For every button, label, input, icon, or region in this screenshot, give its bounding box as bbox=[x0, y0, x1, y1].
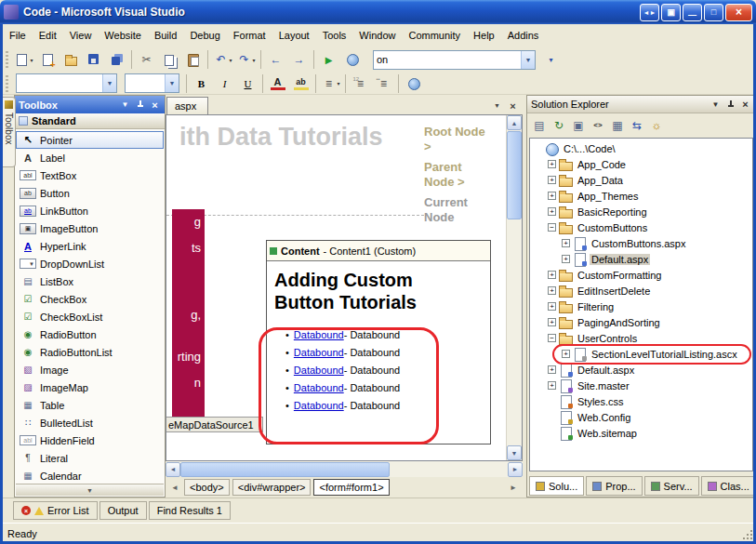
databound-link[interactable]: Databound bbox=[294, 347, 344, 358]
nav-item-fragment[interactable]: n bbox=[194, 376, 201, 390]
tree-item[interactable]: +CustomButtons.aspx bbox=[530, 235, 752, 251]
save-button[interactable] bbox=[83, 49, 104, 70]
tag-nav-back-icon[interactable]: ◄ bbox=[168, 480, 181, 495]
solution-explorer-header[interactable]: Solution Explorer ▼ × bbox=[527, 96, 755, 113]
tree-item[interactable]: Styles.css bbox=[530, 393, 752, 409]
nav-item-fragment[interactable]: g, bbox=[191, 308, 201, 322]
close-icon[interactable]: × bbox=[739, 99, 751, 111]
view-code-button[interactable]: <> bbox=[589, 116, 607, 135]
tree-item[interactable]: +Default.aspx bbox=[530, 362, 752, 378]
menu-item-tools[interactable]: Tools bbox=[316, 26, 353, 45]
auto-hide-pin-icon[interactable] bbox=[134, 99, 146, 111]
menu-item-community[interactable]: Community bbox=[402, 26, 467, 45]
start-debugging-button[interactable]: ▶ bbox=[318, 49, 339, 70]
expand-icon[interactable]: + bbox=[548, 160, 556, 168]
menu-item-window[interactable]: Window bbox=[352, 26, 402, 45]
toolbox-category-standard[interactable]: Standard bbox=[15, 113, 165, 129]
auto-hide-pin-icon[interactable] bbox=[724, 99, 736, 111]
scroll-right-icon[interactable]: ► bbox=[508, 462, 523, 477]
tree-item[interactable]: +SectionLevelTutorialListing.ascx bbox=[530, 346, 752, 362]
tree-item[interactable]: +Default.aspx bbox=[530, 251, 752, 267]
tree-item[interactable]: +Site.master bbox=[530, 378, 752, 393]
toolbox-item-radiobutton[interactable]: ◉RadioButton bbox=[16, 325, 164, 343]
close-icon[interactable]: × bbox=[149, 99, 161, 111]
design-surface[interactable]: ith Data Tutorials Root Node >Parent Nod… bbox=[166, 114, 523, 461]
tree-item[interactable]: Web.sitemap bbox=[530, 425, 752, 441]
expand-icon[interactable]: + bbox=[548, 271, 556, 279]
navigate-backward-button[interactable]: ← bbox=[265, 49, 286, 70]
font-size-input[interactable] bbox=[126, 75, 165, 91]
toolbox-item-listbox[interactable]: ▤ListBox bbox=[16, 272, 164, 290]
panel-tab-serv[interactable]: Serv... bbox=[644, 476, 699, 496]
breadcrumb-link[interactable]: Parent Node > bbox=[424, 160, 491, 190]
menu-item-website[interactable]: Website bbox=[98, 26, 148, 45]
tag-formform1[interactable]: <form#form1> bbox=[313, 479, 389, 496]
close-document-icon[interactable]: × bbox=[506, 99, 520, 113]
add-new-item-button[interactable] bbox=[36, 49, 58, 70]
toolbox-header[interactable]: Toolbox ▼ × bbox=[15, 96, 165, 113]
vertical-scrollbar[interactable]: ▲ ▼ bbox=[506, 115, 522, 460]
new-project-button[interactable]: ▾ bbox=[13, 49, 34, 70]
menu-item-layout[interactable]: Layout bbox=[272, 26, 316, 45]
panel-tab-clas[interactable]: Clas... bbox=[701, 476, 756, 496]
save-all-button[interactable] bbox=[106, 49, 127, 70]
bold-button[interactable]: B bbox=[191, 73, 212, 94]
tree-item[interactable]: +App_Themes bbox=[530, 188, 752, 204]
window-context-button[interactable]: ◄► bbox=[640, 4, 659, 21]
active-files-dropdown-icon[interactable]: ▼ bbox=[490, 99, 504, 113]
combo-dropdown-icon[interactable]: ▼ bbox=[521, 51, 535, 69]
menu-item-help[interactable]: Help bbox=[467, 26, 501, 45]
tree-item[interactable]: +CustomFormatting bbox=[530, 267, 752, 283]
bulleted-list-button[interactable]: ≡ bbox=[373, 73, 394, 94]
toolbox-item-radiobuttonlist[interactable]: ◉RadioButtonList bbox=[16, 343, 164, 361]
tag-divwrapper[interactable]: <div#wrapper> bbox=[232, 479, 312, 496]
tree-item[interactable]: +Filtering bbox=[530, 299, 752, 314]
menu-item-file[interactable]: File bbox=[3, 26, 33, 45]
tag-body[interactable]: <body> bbox=[184, 479, 230, 496]
font-name-combo[interactable]: ▼ bbox=[16, 73, 117, 93]
toolbar-grip[interactable] bbox=[6, 51, 8, 68]
toolbar-options-button[interactable]: ▾ bbox=[540, 49, 562, 70]
horizontal-scrollbar[interactable]: ◄ ► bbox=[166, 461, 523, 477]
numbered-list-button[interactable]: ≡ bbox=[350, 73, 371, 94]
toolbar-combo-input[interactable] bbox=[374, 52, 521, 68]
scrollbar-thumb[interactable] bbox=[180, 462, 390, 477]
font-color-button[interactable]: A bbox=[267, 73, 288, 94]
menu-item-edit[interactable]: Edit bbox=[33, 26, 63, 45]
toolbox-item-checkbox[interactable]: ☑CheckBox bbox=[16, 290, 164, 308]
document-tab-aspx[interactable]: aspx bbox=[166, 97, 208, 114]
font-size-combo[interactable]: ▼ bbox=[125, 73, 179, 93]
combo-dropdown-icon[interactable]: ▼ bbox=[102, 74, 116, 92]
paste-button[interactable] bbox=[182, 49, 204, 70]
toolbox-item-checkboxlist[interactable]: ☑CheckBoxList bbox=[16, 308, 164, 325]
nav-item-fragment[interactable]: ts bbox=[192, 241, 201, 255]
maximize-button[interactable]: □ bbox=[704, 4, 723, 21]
expand-icon[interactable]: + bbox=[548, 192, 556, 200]
expand-icon[interactable]: + bbox=[562, 239, 570, 247]
toolbox-item-imagemap[interactable]: ▨ImageMap bbox=[16, 378, 164, 396]
redo-button[interactable]: ↷▾ bbox=[235, 49, 257, 70]
undo-button[interactable]: ↶▾ bbox=[212, 49, 233, 70]
browse-button[interactable] bbox=[341, 49, 363, 70]
tree-item[interactable]: +EditInsertDelete bbox=[530, 283, 752, 299]
copy-website-button[interactable]: ⇆ bbox=[628, 116, 646, 135]
scroll-left-icon[interactable]: ◄ bbox=[166, 462, 180, 477]
expand-icon[interactable]: + bbox=[562, 255, 570, 263]
nest-related-files-button[interactable]: ▣ bbox=[569, 116, 588, 135]
content-placeholder[interactable]: Content - Content1 (Custom) Adding Custo… bbox=[266, 240, 491, 444]
align-button[interactable]: ≡▾ bbox=[320, 73, 341, 94]
toolbox-item-hiddenfield[interactable]: ablHiddenField bbox=[16, 431, 164, 449]
navigate-forward-button[interactable]: → bbox=[288, 49, 310, 70]
menu-item-debug[interactable]: Debug bbox=[183, 26, 226, 45]
nav-item-fragment[interactable]: rting bbox=[178, 350, 201, 364]
content-placeholder-header[interactable]: Content - Content1 (Custom) bbox=[267, 241, 490, 261]
toolbox-item-pointer[interactable]: ↖Pointer bbox=[16, 131, 164, 149]
properties-button[interactable]: ▤ bbox=[530, 116, 549, 135]
menu-item-format[interactable]: Format bbox=[227, 26, 272, 45]
insert-hyperlink-button[interactable] bbox=[403, 73, 424, 94]
copy-button[interactable] bbox=[159, 49, 180, 70]
expand-icon[interactable]: + bbox=[548, 365, 556, 374]
view-designer-button[interactable]: ▦ bbox=[608, 116, 627, 135]
expand-icon[interactable]: + bbox=[548, 207, 556, 216]
toolbar-combo[interactable]: ▼ bbox=[373, 50, 536, 70]
